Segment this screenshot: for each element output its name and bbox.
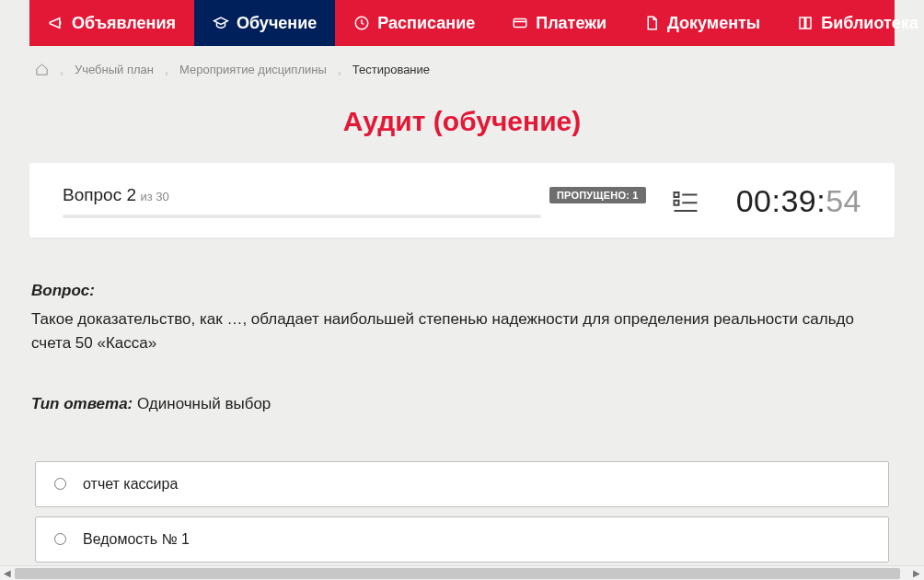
nav-item-label: Платежи	[536, 14, 606, 33]
question-list-icon[interactable]	[672, 188, 699, 215]
chevron-right-icon	[336, 66, 343, 74]
graduation-icon	[213, 15, 229, 31]
question-total: из 30	[140, 190, 168, 203]
payment-icon	[512, 15, 528, 31]
question-number: Вопрос 2	[63, 185, 136, 204]
nav-item-label: Расписание	[377, 14, 475, 33]
nav-item-label: Обучение	[237, 14, 317, 33]
book-icon	[797, 15, 814, 31]
chevron-right-icon	[163, 66, 170, 74]
answer-type-label: Тип ответа:	[31, 395, 133, 412]
option-radio[interactable]	[54, 478, 66, 490]
clock-icon	[353, 15, 370, 31]
scroll-thumb[interactable]	[15, 568, 900, 579]
question-heading: Вопрос:	[31, 282, 893, 300]
nav-item-label: Объявления	[72, 14, 176, 33]
scroll-left-arrow[interactable]: ◀	[0, 566, 15, 581]
document-icon	[643, 15, 660, 31]
main-nav: Объявления Обучение Расписание Платежи	[29, 0, 895, 46]
scroll-right-arrow[interactable]: ▶	[909, 566, 924, 581]
progress-bar	[63, 215, 541, 218]
chevron-right-icon	[58, 66, 65, 74]
nav-schedule[interactable]: Расписание	[335, 0, 493, 46]
question-panel: Вопрос 2 из 30 ПРОПУЩЕНО: 1 00:39:54	[29, 163, 895, 238]
nav-item-label: Документы	[667, 14, 760, 33]
breadcrumb-testing: Тестирование	[352, 63, 430, 76]
skipped-badge: ПРОПУЩЕНО: 1	[549, 187, 646, 203]
home-icon[interactable]	[35, 63, 49, 76]
megaphone-icon	[48, 15, 64, 31]
nav-education[interactable]: Обучение	[194, 0, 335, 46]
svg-rect-2	[674, 192, 678, 197]
nav-payments[interactable]: Платежи	[493, 0, 625, 46]
breadcrumb-event[interactable]: Мероприятие дисциплины	[179, 63, 327, 76]
nav-library[interactable]: Библиотека	[779, 0, 924, 46]
timer: 00:39:54	[736, 183, 861, 219]
option-item[interactable]: отчет кассира	[35, 461, 889, 507]
nav-announcements[interactable]: Объявления	[29, 0, 194, 46]
breadcrumb: Учебный план Мероприятие дисциплины Тест…	[29, 46, 895, 89]
option-radio[interactable]	[54, 533, 66, 545]
option-label: Ведомость № 1	[83, 531, 190, 548]
answer-type-value: Одиночный выбор	[137, 395, 271, 412]
timer-seconds: 54	[826, 183, 861, 218]
svg-rect-1	[514, 19, 526, 28]
option-item[interactable]: Ведомость № 1	[35, 516, 889, 563]
scroll-track[interactable]	[15, 566, 909, 581]
svg-rect-4	[674, 200, 678, 204]
horizontal-scrollbar[interactable]: ◀ ▶	[0, 565, 924, 580]
option-label: отчет кассира	[83, 476, 178, 493]
question-text: Такое доказательство, как …, обладает на…	[31, 307, 893, 356]
nav-documents[interactable]: Документы	[625, 0, 779, 46]
breadcrumb-study-plan[interactable]: Учебный план	[75, 63, 154, 76]
page-title: Аудит (обучение)	[29, 106, 895, 137]
nav-item-label: Библиотека	[821, 14, 918, 33]
options-list: отчет кассира Ведомость № 1	[29, 461, 895, 565]
timer-main: 00:39:	[736, 183, 826, 218]
